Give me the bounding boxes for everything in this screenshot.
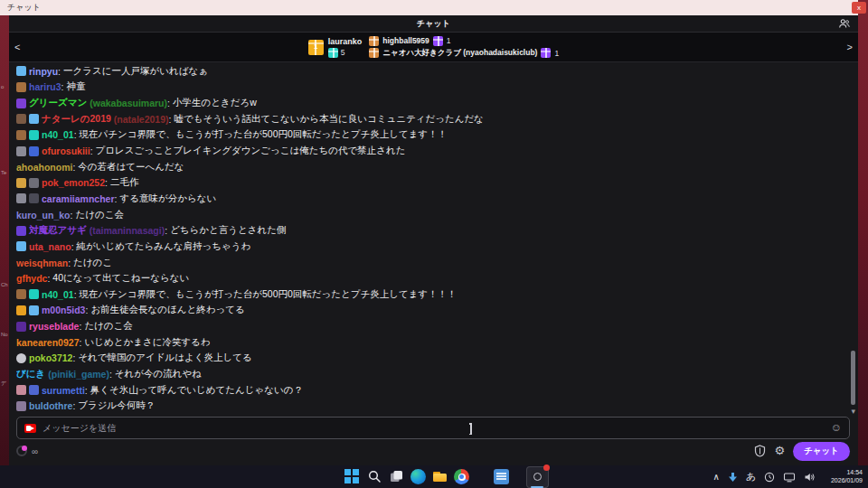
chat-message-text: どちらかと言うとされた側 [170,224,286,237]
window-close-button[interactable]: x [852,2,866,14]
mod-shield-icon[interactable] [754,445,766,457]
chat-badge-icon [16,193,26,203]
chat-badge-icon [16,130,26,140]
chat-username[interactable]: weisqhman [16,258,68,268]
chat-message: n40_01:現在パチンコ界隈で、もこうが打った台が500円0回転だったとプチ炎… [16,127,841,144]
chat-message-text: 現在パチンコ界隈で、もこうが打った台が500円0回転だったとプチ炎上してます！！… [80,288,457,301]
chat-username[interactable]: pok_emon252 [42,177,105,188]
chat-username[interactable]: hariru3 [29,81,61,92]
chat-username[interactable]: kuro_un_ko [16,210,71,221]
slow-mode-indicator: ∞ [32,446,38,456]
scroll-to-bottom-icon[interactable]: ▾ [851,407,855,416]
chat-message: uta_nano:純がいじめてたらみんな肩持っちゃうわ [16,239,841,255]
chrome-browser-icon[interactable] [454,469,469,484]
send-chat-button[interactable]: チャット [793,442,850,461]
chat-scrollbar-thumb[interactable] [851,351,855,405]
message-colon: : [58,66,61,77]
screen: チャット x oTeChNoデ チャット < 1 lauranko [0,0,868,488]
clock-time: 14:54 [831,468,863,476]
chat-message: 対魔忍アサギ(taimaninnasagi):どちらかと言うとされた側 [16,222,841,239]
chat-message-text: 一クラスに一人戸塚がいればなぁ [63,65,208,78]
message-colon: : [72,400,75,411]
chat-username[interactable]: buldothre [29,400,72,411]
chat-message-text: 40になって出てこねーならない [52,272,189,285]
message-colon: : [72,352,75,363]
ime-mode-indicator[interactable]: あ [746,470,756,483]
chat-message: gfhydc:40になって出てこねーならない [16,270,841,286]
message-colon: : [74,289,77,300]
chat-message: buldothre:ブラジル今何時？ [16,398,841,414]
chat-message-text: 現在パチンコ界隈で、もこうが打った台が500円0回転だったとプチ炎上してます！！ [80,128,448,141]
active-app-obs[interactable] [526,466,549,488]
chat-username-alias: (natale2019) [114,114,169,125]
message-colon: : [169,114,172,125]
chat-username[interactable]: ryuseblade [29,321,79,332]
gifter-row[interactable]: ニャオハ大好きクラブ (nyaohadaisukiclub)1 [369,48,559,59]
gift-count: 1 [554,49,559,58]
task-view-icon[interactable] [389,469,404,484]
chat-username[interactable]: n40_01 [42,289,74,300]
gift-count-icon [541,48,551,58]
network-display-icon[interactable] [783,472,796,483]
top-gifter-name: lauranko [328,37,363,46]
search-icon[interactable] [367,469,382,484]
taskbar-clock[interactable]: 14:54 2026/01/09 [831,468,863,484]
gifter-leaderboard: < 1 lauranko 5 highball59591ニャオハ大好きクラブ (… [9,33,858,62]
download-arrow-icon[interactable] [728,472,738,483]
chat-message-text: 小学生のときだろw [173,97,257,109]
chat-badge-icon [29,193,39,203]
background-text-fragment: デ [1,380,6,388]
channel-points-icon[interactable] [16,446,27,456]
chat-message-text: 純がいじめてたらみんな肩持っちゃうわ [77,240,251,253]
start-button-icon[interactable] [344,468,361,485]
message-colon: : [85,305,88,315]
message-colon: : [68,258,71,268]
chat-input[interactable]: メッセージを送信 ☺ [16,417,850,439]
chat-username[interactable]: ofurosukiii [42,145,90,156]
community-users-icon[interactable] [838,17,851,30]
chat-window: チャット < 1 lauranko 5 [9,15,858,465]
message-colon: : [105,177,108,188]
chat-message-text: たけのこ会 [84,320,132,333]
chat-username[interactable]: ナターレの2019 [42,113,111,126]
message-colon: : [72,162,75,173]
chat-username[interactable]: m00n5id3 [42,305,85,315]
chat-badge-icon [29,385,39,395]
chat-username[interactable]: ahoahonomi [16,162,72,173]
chat-username[interactable]: caramiiamncher [42,193,115,204]
chat-badge-icon [29,289,39,299]
chat-username-alias: (wakabasuimaru) [90,98,167,108]
edge-browser-icon[interactable] [410,469,426,484]
notification-dot [543,465,550,471]
chat-message: poko3712:それで韓国のアイドルはよく炎上してる [16,351,841,367]
tray-clock-app-icon[interactable] [764,472,775,483]
chat-settings-gear-icon[interactable]: ⚙ [774,445,785,457]
chat-badge-icon [16,146,26,156]
chat-message-text: お前生徒会長なのほんと終わってる [90,304,244,316]
emote-picker-icon[interactable]: ☺ [831,421,842,434]
chat-username[interactable]: グリーズマン [29,97,87,109]
chat-username[interactable]: びにき [16,368,45,380]
gifter-row[interactable]: highball59591 [369,36,559,46]
chat-username[interactable]: surumetti [42,385,85,396]
chat-username[interactable]: uta_nano [29,241,71,252]
chat-message: ahoahonomi:今の若者はてーへんだな [16,159,841,175]
tray-chevron-up-icon[interactable]: ∧ [712,472,719,482]
message-colon: : [109,369,112,380]
chat-message-text: 今の若者はてーへんだな [78,161,184,174]
chat-username[interactable]: 対魔忍アサギ [29,224,87,237]
notes-app-icon[interactable] [494,469,509,484]
chat-username[interactable]: kanearen0927 [16,337,79,348]
chat-username[interactable]: gfhydc [16,273,47,284]
chat-username[interactable]: poko3712 [29,352,72,363]
leaderboard-expand-icon[interactable]: > [847,41,853,53]
top-gifter[interactable]: 1 lauranko 5 [308,37,363,58]
file-explorer-icon[interactable] [432,469,448,484]
chat-message-text: する意味が分からない [119,192,216,205]
chat-header: チャット [9,15,858,33]
chat-username-alias: (taimaninnasagi) [90,225,165,236]
speaker-icon[interactable] [804,472,816,483]
chat-username[interactable]: n40_01 [42,129,74,140]
chat-badge-icon [16,82,26,92]
chat-username[interactable]: rinpyu [29,66,58,77]
